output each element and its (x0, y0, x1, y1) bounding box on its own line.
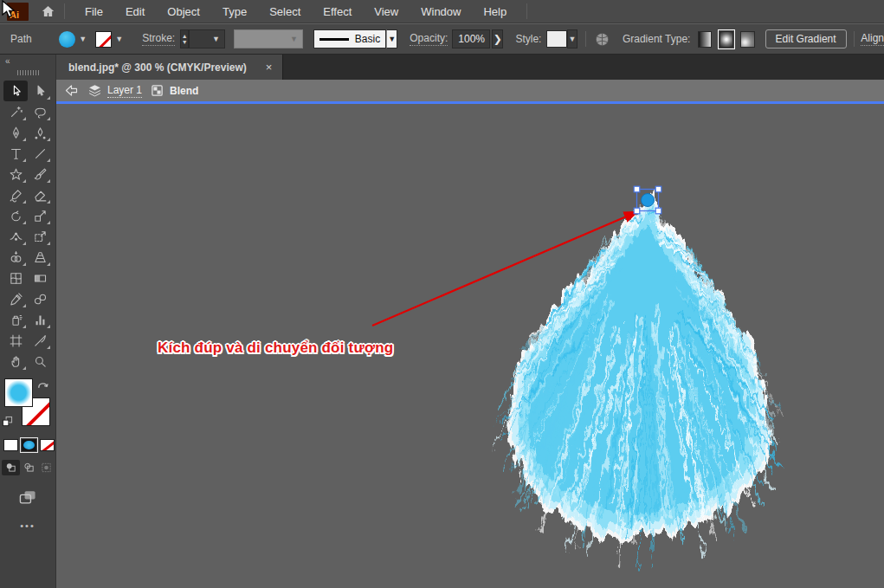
menu-window[interactable]: Window (410, 0, 472, 23)
change-screen-mode-icon[interactable] (0, 488, 55, 507)
artboard-canvas[interactable]: Kích đúp và di chuyển đối tượng (56, 104, 884, 588)
style-label: Style: (515, 33, 541, 45)
illustrator-window: Ai FileEditObjectTypeSelectEffectViewWin… (0, 0, 884, 588)
close-icon[interactable]: × (266, 61, 273, 74)
style-chevron[interactable]: ▼ (567, 29, 578, 48)
menu-object[interactable]: Object (156, 0, 211, 23)
document-tab[interactable]: blend.jpg* @ 300 % (CMYK/Preview) × (56, 55, 283, 80)
draw-inside-button[interactable] (37, 460, 55, 475)
artboard-tool[interactable] (3, 330, 28, 351)
menu-bar: Ai FileEditObjectTypeSelectEffectViewWin… (0, 0, 884, 23)
gradient-blue-icon (23, 441, 35, 449)
document-tab-bar: blend.jpg* @ 300 % (CMYK/Preview) × (56, 55, 884, 80)
zoom-tool[interactable] (28, 351, 52, 372)
blend-tool[interactable] (28, 288, 52, 309)
curvature-tool[interactable] (28, 122, 52, 143)
menu-view[interactable]: View (363, 0, 410, 23)
mesh-tool[interactable] (3, 268, 28, 288)
brush-stroke-preview-icon (319, 38, 349, 41)
direct-selection-tool[interactable] (28, 81, 52, 101)
width-tool[interactable] (3, 226, 28, 247)
control-separator (585, 31, 586, 47)
perspective-grid-tool[interactable] (28, 247, 52, 268)
collapse-panel-icon[interactable]: « (0, 55, 55, 66)
type-tool[interactable] (3, 143, 28, 164)
paintbrush-tool[interactable] (28, 164, 52, 184)
symbol-sprayer-tool[interactable] (3, 309, 28, 330)
fill-color-icon (59, 31, 75, 48)
fill-fuzzy-blue-icon (6, 380, 31, 405)
drawing-modes-row (0, 460, 55, 475)
stroke-weight-stepper[interactable]: ▲▼ (180, 29, 189, 48)
draw-behind-button[interactable] (20, 460, 38, 475)
chevron-down-icon: ▼ (212, 35, 220, 43)
rotate-tool[interactable] (3, 205, 28, 226)
menu-select[interactable]: Select (258, 0, 312, 23)
menu-separator (64, 3, 65, 19)
menu-type[interactable]: Type (211, 0, 258, 23)
paint-mode-row (0, 439, 55, 451)
edit-toolbar-ellipsis[interactable]: ••• (0, 520, 55, 531)
align-link[interactable]: Align (861, 32, 884, 46)
fill-indicator[interactable] (4, 378, 33, 407)
opacity-input[interactable]: 100% (452, 29, 490, 48)
chevron-down-icon: ▼ (115, 35, 123, 43)
gradient-tool[interactable] (28, 268, 52, 288)
width-profile-dropdown[interactable]: ▼ (234, 29, 303, 48)
lasso-tool[interactable] (28, 101, 52, 122)
breadcrumb-layer-link[interactable]: Layer 1 (107, 84, 142, 98)
stroke-weight-dropdown[interactable]: ▼ (189, 29, 225, 48)
menu-help[interactable]: Help (472, 0, 518, 23)
opacity-flyout-button[interactable]: ❯ (492, 29, 503, 48)
selected-blend-source-circle[interactable] (642, 194, 655, 207)
tool-grid (0, 81, 55, 372)
menu-file[interactable]: File (74, 0, 114, 23)
control-bar: Path ▼ ▼ Stroke: ▲▼ ▼ ▼ Basic ▼ Opacity:… (0, 24, 884, 55)
brush-definition-value: Basic (355, 33, 380, 45)
style-swatch[interactable] (546, 30, 566, 48)
fill-color-swatch[interactable]: ▼ (59, 31, 87, 48)
gradient-radial-button[interactable] (719, 31, 733, 48)
selection-tool[interactable] (3, 81, 28, 101)
chevron-down-icon: ▼ (290, 35, 298, 43)
magic-wand-tool[interactable] (3, 101, 28, 122)
color-button[interactable] (3, 439, 18, 451)
stroke-weight-label[interactable]: Stroke: (142, 32, 175, 46)
eyedropper-tool[interactable] (3, 288, 28, 309)
stroke-color-swatch[interactable]: ▼ (95, 31, 123, 48)
menu-edit[interactable]: Edit (114, 0, 156, 23)
pen-tool[interactable] (3, 122, 28, 143)
back-arrow-icon[interactable] (64, 83, 79, 98)
draw-normal-button[interactable] (2, 460, 20, 475)
edit-gradient-button[interactable]: Edit Gradient (765, 29, 847, 48)
opacity-label[interactable]: Opacity: (410, 32, 448, 46)
brush-definition-dropdown[interactable]: Basic (313, 29, 386, 48)
mouse-cursor-icon (0, 0, 19, 21)
tools-panel: « (0, 55, 56, 588)
recolor-artwork-icon[interactable] (594, 31, 610, 48)
shape-builder-tool[interactable] (3, 247, 28, 268)
brush-definition-chevron[interactable]: ▼ (386, 29, 397, 48)
menu-items: FileEditObjectTypeSelectEffectViewWindow… (74, 0, 518, 23)
opacity-value: 100% (458, 33, 485, 45)
free-transform-tool[interactable] (28, 226, 52, 247)
hand-tool[interactable] (3, 351, 28, 372)
swap-fill-stroke-icon[interactable] (36, 378, 49, 393)
column-graph-tool[interactable] (28, 309, 52, 330)
gradient-freeform-button[interactable] (740, 31, 754, 48)
panel-grip[interactable] (0, 70, 55, 75)
gradient-button[interactable] (22, 439, 36, 451)
none-button[interactable] (40, 439, 55, 451)
star-tool[interactable] (3, 164, 28, 184)
gradient-linear-button[interactable] (698, 31, 712, 48)
line-segment-tool[interactable] (28, 143, 52, 164)
menu-effect[interactable]: Effect (312, 0, 363, 23)
home-icon[interactable] (41, 4, 55, 18)
shaper-tool[interactable] (3, 184, 28, 205)
default-fill-stroke-icon[interactable] (2, 415, 13, 430)
slice-tool[interactable] (28, 330, 52, 351)
fur-blend-object[interactable] (491, 196, 782, 571)
menu-separator (526, 3, 527, 19)
scale-tool[interactable] (28, 205, 52, 226)
eraser-tool[interactable] (28, 184, 52, 205)
